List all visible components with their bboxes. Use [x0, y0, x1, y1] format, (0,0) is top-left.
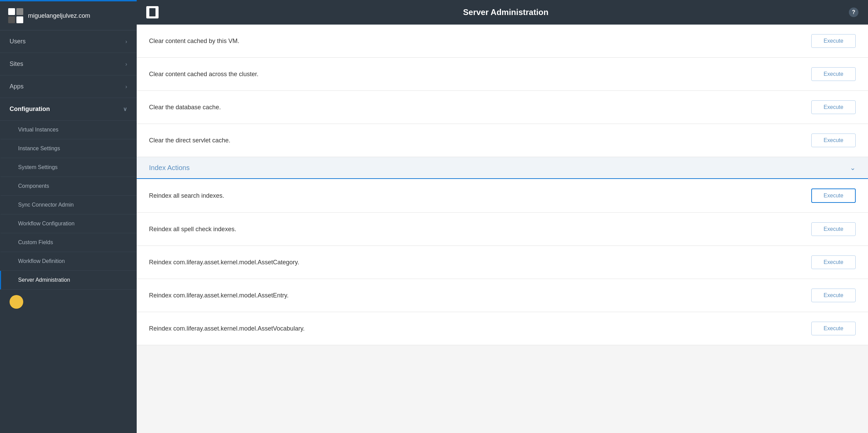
- panel-toggle-icon: [149, 8, 155, 16]
- cache-row-0-text: Clear content cached by this VM.: [149, 38, 239, 45]
- execute-button-3[interactable]: Execute: [811, 134, 856, 147]
- index-row-1: Reindex all spell check indexes. Execute: [137, 213, 868, 246]
- sidebar-item-virtual-instances[interactable]: Virtual Instances: [0, 121, 137, 139]
- cache-row-3-text: Clear the direct servlet cache.: [149, 137, 230, 144]
- cache-row-3: Clear the direct servlet cache. Execute: [137, 124, 868, 157]
- chevron-right-icon: ›: [125, 39, 127, 45]
- chevron-right-icon: ›: [125, 84, 127, 90]
- sidebar: miguelangeljulvez.com Users › Sites › Ap…: [0, 0, 137, 433]
- execute-button-index-0[interactable]: Execute: [811, 188, 856, 203]
- sidebar-logo: [8, 8, 23, 23]
- sidebar-configuration-label: Configuration: [10, 106, 50, 113]
- svg-rect-2: [8, 16, 15, 23]
- index-row-3: Reindex com.liferay.asset.kernel.model.A…: [137, 279, 868, 312]
- sidebar-item-system-settings[interactable]: System Settings: [0, 158, 137, 177]
- top-bar: Server Administration ?: [137, 0, 868, 25]
- panel-toggle-button[interactable]: [146, 6, 159, 18]
- index-row-4-text: Reindex com.liferay.asset.kernel.model.A…: [149, 325, 305, 332]
- sidebar-item-workflow-definition[interactable]: Workflow Definition: [0, 252, 137, 271]
- execute-button-index-1[interactable]: Execute: [811, 222, 856, 236]
- execute-button-index-4[interactable]: Execute: [811, 322, 856, 335]
- sidebar-sub-label: Workflow Configuration: [18, 221, 74, 226]
- svg-rect-0: [8, 8, 15, 15]
- execute-button-1[interactable]: Execute: [811, 67, 856, 81]
- index-actions-header[interactable]: Index Actions ⌄: [137, 157, 868, 179]
- sidebar-item-users-label: Users: [10, 38, 26, 45]
- sidebar-sub-label: Instance Settings: [18, 145, 60, 151]
- sidebar-sub-label: Virtual Instances: [18, 127, 58, 132]
- chevron-right-icon: ›: [125, 61, 127, 67]
- page-title: Server Administration: [167, 8, 845, 17]
- sidebar-item-apps-label: Apps: [10, 83, 24, 90]
- sidebar-item-users[interactable]: Users ›: [0, 30, 137, 53]
- sidebar-sub-label: System Settings: [18, 164, 58, 170]
- execute-button-index-3[interactable]: Execute: [811, 289, 856, 302]
- index-row-4: Reindex com.liferay.asset.kernel.model.A…: [137, 312, 868, 345]
- svg-rect-3: [16, 16, 23, 23]
- sidebar-sub-label: Components: [18, 183, 49, 189]
- index-actions-chevron-down-icon: ⌄: [850, 164, 856, 172]
- index-row-2-text: Reindex com.liferay.asset.kernel.model.A…: [149, 259, 299, 266]
- index-row-0: Reindex all search indexes. Execute: [137, 179, 868, 213]
- index-row-2: Reindex com.liferay.asset.kernel.model.A…: [137, 246, 868, 279]
- sidebar-item-workflow-configuration[interactable]: Workflow Configuration: [0, 214, 137, 233]
- sidebar-sub-items: Virtual Instances Instance Settings Syst…: [0, 121, 137, 290]
- execute-button-2[interactable]: Execute: [811, 100, 856, 114]
- cache-row-1: Clear content cached across the cluster.…: [137, 58, 868, 91]
- sidebar-item-sync-connector-admin[interactable]: Sync Connector Admin: [0, 196, 137, 214]
- sidebar-item-instance-settings[interactable]: Instance Settings: [0, 139, 137, 158]
- sidebar-sub-label: Workflow Definition: [18, 258, 65, 264]
- help-icon[interactable]: ?: [849, 8, 858, 17]
- sidebar-sub-label: Server Administration: [18, 277, 70, 283]
- main-content: Server Administration ? Clear content ca…: [137, 0, 868, 433]
- sidebar-item-server-administration[interactable]: Server Administration: [0, 271, 137, 290]
- sidebar-sub-label: Custom Fields: [18, 239, 53, 245]
- sidebar-item-sites-label: Sites: [10, 60, 23, 68]
- cache-row-0: Clear content cached by this VM. Execute: [137, 25, 868, 58]
- sidebar-header: miguelangeljulvez.com: [0, 1, 137, 30]
- svg-rect-1: [16, 8, 23, 15]
- execute-button-0[interactable]: Execute: [811, 34, 856, 48]
- index-row-0-text: Reindex all search indexes.: [149, 192, 224, 199]
- sidebar-item-apps[interactable]: Apps ›: [0, 75, 137, 98]
- cache-row-2-text: Clear the database cache.: [149, 104, 221, 111]
- index-actions-label: Index Actions: [149, 164, 190, 172]
- cache-row-2: Clear the database cache. Execute: [137, 91, 868, 124]
- execute-button-index-2[interactable]: Execute: [811, 255, 856, 269]
- chevron-down-icon: ∨: [123, 106, 127, 112]
- sidebar-item-custom-fields[interactable]: Custom Fields: [0, 233, 137, 252]
- avatar[interactable]: [10, 295, 23, 309]
- sidebar-item-components[interactable]: Components: [0, 177, 137, 196]
- sidebar-sub-label: Sync Connector Admin: [18, 202, 74, 208]
- index-row-1-text: Reindex all spell check indexes.: [149, 226, 236, 233]
- cache-row-1-text: Clear content cached across the cluster.: [149, 71, 258, 78]
- index-row-3-text: Reindex com.liferay.asset.kernel.model.A…: [149, 292, 289, 299]
- sidebar-site-name: miguelangeljulvez.com: [28, 12, 90, 19]
- sidebar-configuration-header[interactable]: Configuration ∨: [0, 98, 137, 121]
- content-area: Clear content cached by this VM. Execute…: [137, 25, 868, 433]
- sidebar-item-sites[interactable]: Sites ›: [0, 53, 137, 75]
